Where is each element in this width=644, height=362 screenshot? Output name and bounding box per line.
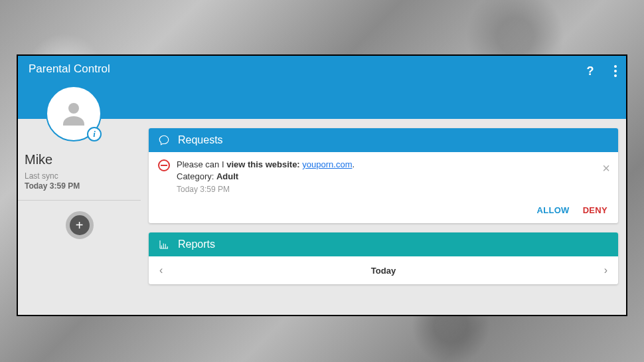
deny-button[interactable]: DENY (583, 205, 607, 215)
request-item: Please can I view this website: youporn.… (158, 159, 609, 195)
more-icon[interactable] (611, 62, 619, 80)
avatar-container: i (46, 86, 102, 141)
avatar[interactable]: i (46, 86, 102, 141)
add-button-container: + (18, 201, 141, 250)
person-icon (58, 98, 90, 130)
info-badge-icon[interactable]: i (87, 127, 102, 141)
reports-title: Reports (178, 238, 215, 250)
app-window: Parental Control ? i Mike Last sync (17, 54, 627, 316)
header-actions: ? (584, 62, 619, 80)
requests-header: Requests (149, 128, 618, 152)
plus-icon: + (76, 218, 84, 233)
request-text: Please can I view this website: youporn.… (177, 159, 355, 195)
reports-current-label: Today (371, 266, 396, 276)
main-content: Requests Please can I view this website:… (141, 119, 626, 315)
app-header: Parental Control ? (18, 56, 626, 119)
sync-label: Last sync (25, 171, 134, 181)
help-icon[interactable]: ? (584, 64, 597, 78)
request-action: view this website: (226, 159, 302, 169)
chart-icon (158, 238, 170, 250)
chat-icon (158, 134, 170, 146)
reports-header: Reports (149, 232, 618, 256)
request-suffix: . (352, 159, 355, 169)
app-body: i Mike Last sync Today 3:59 PM + (18, 119, 626, 315)
requests-title: Requests (178, 134, 223, 146)
chevron-left-icon[interactable]: ‹ (159, 264, 163, 276)
app-title: Parental Control (29, 62, 615, 76)
reports-nav: ‹ Today › (149, 256, 618, 284)
category-label: Category: (177, 171, 216, 181)
request-url-link[interactable]: youporn.com (302, 159, 352, 169)
sync-time: Today 3:59 PM (25, 181, 134, 191)
chevron-right-icon[interactable]: › (604, 264, 607, 276)
request-body: Please can I view this website: youporn.… (149, 152, 618, 201)
sidebar: i Mike Last sync Today 3:59 PM + (18, 119, 141, 315)
category-value: Adult (216, 171, 238, 181)
reports-card: Reports ‹ Today › (149, 232, 618, 284)
close-icon[interactable]: × (602, 161, 610, 175)
block-icon (158, 159, 170, 171)
requests-card: Requests Please can I view this website:… (149, 128, 618, 223)
request-time: Today 3:59 PM (177, 184, 355, 195)
allow-button[interactable]: ALLOW (537, 205, 570, 215)
request-prefix: Please can I (177, 159, 226, 169)
profile-name: Mike (25, 152, 134, 167)
add-button[interactable]: + (66, 211, 94, 239)
request-actions: ALLOW DENY (149, 201, 618, 223)
svg-point-0 (68, 103, 79, 114)
